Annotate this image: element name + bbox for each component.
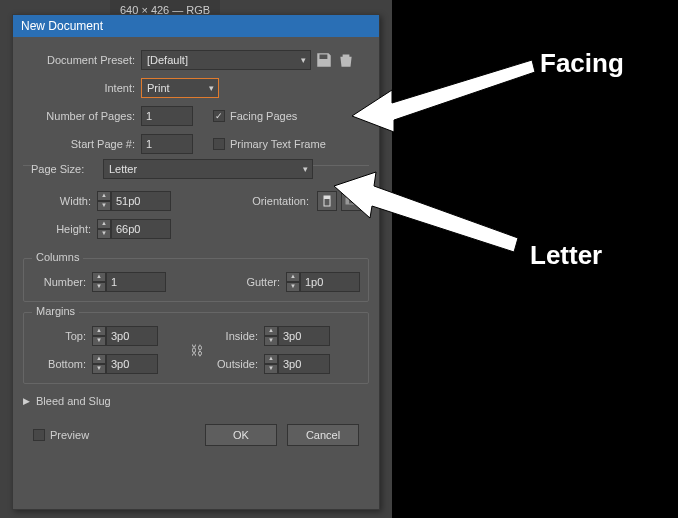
orientation-portrait-icon[interactable] [317, 191, 337, 211]
document-preset-value: [Default] [147, 54, 188, 66]
intent-label: Intent: [23, 82, 141, 94]
spin-down-icon[interactable]: ▼ [92, 364, 106, 374]
intent-select[interactable]: Print [141, 78, 219, 98]
margin-bottom-label: Bottom: [32, 358, 92, 370]
bleed-slug-label: Bleed and Slug [36, 395, 111, 407]
preview-checkbox[interactable]: Preview [33, 429, 89, 441]
height-label: Height: [31, 223, 97, 235]
annotation-text-letter: Letter [530, 240, 602, 271]
spin-up-icon[interactable]: ▲ [264, 354, 278, 364]
facing-pages-checkbox[interactable]: ✓ Facing Pages [213, 110, 297, 122]
margin-inside-label: Inside: [204, 330, 264, 342]
document-preset-select[interactable]: [Default] [141, 50, 311, 70]
preview-label: Preview [50, 429, 89, 441]
page-size-select[interactable]: Letter [103, 159, 313, 179]
margin-outside-spinner[interactable]: ▲▼ [264, 354, 330, 374]
spin-down-icon[interactable]: ▼ [286, 282, 300, 292]
spin-up-icon[interactable]: ▲ [286, 272, 300, 282]
margin-inside-spinner[interactable]: ▲▼ [264, 326, 330, 346]
svg-rect-3 [346, 198, 349, 204]
facing-pages-label: Facing Pages [230, 110, 297, 122]
orientation-label: Orientation: [223, 195, 313, 207]
spin-up-icon[interactable]: ▲ [92, 272, 106, 282]
column-number-spinner[interactable]: ▲▼ [92, 272, 166, 292]
dialog-titlebar[interactable]: New Document [13, 15, 379, 37]
spin-up-icon[interactable]: ▲ [92, 354, 106, 364]
new-document-dialog: New Document Document Preset: [Default] … [12, 14, 380, 510]
ok-button[interactable]: OK [205, 424, 277, 446]
page-size-fieldset: Page Size: Letter Width: ▲▼ Orientation:… [23, 165, 369, 248]
primary-text-frame-checkbox[interactable]: Primary Text Frame [213, 138, 326, 150]
spin-up-icon[interactable]: ▲ [97, 219, 111, 229]
number-of-pages-input[interactable] [141, 106, 193, 126]
margin-outside-input[interactable] [278, 354, 330, 374]
height-spinner[interactable]: ▲▼ [97, 219, 171, 239]
width-input[interactable] [111, 191, 171, 211]
svg-rect-1 [324, 196, 330, 199]
annotation-text-facing: Facing [540, 48, 624, 79]
disclosure-arrow-icon: ▶ [23, 396, 30, 406]
gutter-spinner[interactable]: ▲▼ [286, 272, 360, 292]
margin-bottom-spinner[interactable]: ▲▼ [92, 354, 158, 374]
margin-top-spinner[interactable]: ▲▼ [92, 326, 158, 346]
margin-outside-label: Outside: [204, 358, 264, 370]
link-margins-icon[interactable]: ⛓ [188, 338, 204, 362]
spin-down-icon[interactable]: ▼ [264, 364, 278, 374]
delete-preset-icon[interactable] [337, 51, 355, 69]
column-number-label: Number: [32, 276, 92, 288]
primary-text-frame-label: Primary Text Frame [230, 138, 326, 150]
columns-legend: Columns [32, 251, 83, 263]
spin-down-icon[interactable]: ▼ [92, 282, 106, 292]
margin-top-label: Top: [32, 330, 92, 342]
checkbox-unchecked-icon [213, 138, 225, 150]
page-size-value: Letter [109, 163, 137, 175]
columns-fieldset: Columns Number: ▲▼ Gutter: ▲▼ [23, 258, 369, 302]
width-label: Width: [31, 195, 97, 207]
margin-inside-input[interactable] [278, 326, 330, 346]
margins-fieldset: Margins Top: ▲▼ Bottom: ▲▼ [23, 312, 369, 384]
cancel-button[interactable]: Cancel [287, 424, 359, 446]
number-of-pages-label: Number of Pages: [23, 110, 141, 122]
spin-down-icon[interactable]: ▼ [92, 336, 106, 346]
gutter-input[interactable] [300, 272, 360, 292]
start-page-label: Start Page #: [23, 138, 141, 150]
checkbox-unchecked-icon [33, 429, 45, 441]
bleed-slug-disclosure[interactable]: ▶ Bleed and Slug [23, 390, 369, 412]
spin-down-icon[interactable]: ▼ [97, 201, 111, 211]
margin-bottom-input[interactable] [106, 354, 158, 374]
spin-down-icon[interactable]: ▼ [264, 336, 278, 346]
page-size-label: Page Size: [31, 163, 103, 175]
margin-top-input[interactable] [106, 326, 158, 346]
spin-up-icon[interactable]: ▲ [264, 326, 278, 336]
gutter-label: Gutter: [206, 276, 286, 288]
orientation-landscape-icon[interactable] [341, 191, 361, 211]
intent-value: Print [147, 82, 170, 94]
spin-up-icon[interactable]: ▲ [92, 326, 106, 336]
save-preset-icon[interactable] [315, 51, 333, 69]
height-input[interactable] [111, 219, 171, 239]
spin-up-icon[interactable]: ▲ [97, 191, 111, 201]
start-page-input[interactable] [141, 134, 193, 154]
spin-down-icon[interactable]: ▼ [97, 229, 111, 239]
document-preset-label: Document Preset: [23, 54, 141, 66]
margins-legend: Margins [32, 305, 79, 317]
width-spinner[interactable]: ▲▼ [97, 191, 171, 211]
column-number-input[interactable] [106, 272, 166, 292]
checkbox-checked-icon: ✓ [213, 110, 225, 122]
